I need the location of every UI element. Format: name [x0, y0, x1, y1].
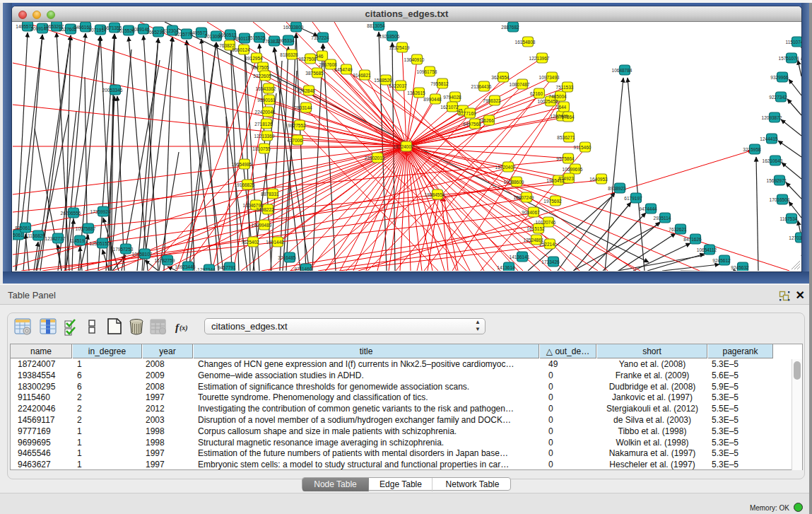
- svg-text:835061: 835061: [15, 226, 30, 230]
- svg-text:1413614: 1413614: [497, 265, 515, 270]
- svg-text:814923: 814923: [558, 176, 574, 181]
- svg-text:8660124: 8660124: [232, 47, 250, 52]
- svg-text:9146821: 9146821: [353, 73, 371, 78]
- svg-text:9242848: 9242848: [297, 88, 315, 93]
- svg-text:12213967: 12213967: [529, 56, 550, 61]
- svg-text:26206556: 26206556: [61, 211, 81, 216]
- svg-text:417006: 417006: [287, 138, 302, 143]
- svg-text:10958107: 10958107: [132, 252, 153, 257]
- svg-text:9474444: 9474444: [639, 206, 657, 211]
- svg-text:1362615: 1362615: [407, 90, 425, 95]
- svg-text:9329966: 9329966: [770, 75, 789, 80]
- svg-text:2718126: 2718126: [254, 122, 273, 127]
- svg-text:10975887: 10975887: [76, 226, 96, 231]
- svg-text:9827552: 9827552: [288, 123, 306, 128]
- svg-text:9084067: 9084067: [522, 210, 540, 215]
- svg-text:10973493: 10973493: [539, 75, 560, 80]
- svg-text:12213369: 12213369: [254, 134, 275, 139]
- svg-text:9777169: 9777169: [458, 111, 476, 116]
- svg-text:1167534: 1167534: [780, 216, 798, 221]
- svg-text:19218506: 19218506: [379, 34, 400, 39]
- svg-text:9245632: 9245632: [731, 265, 749, 270]
- svg-text:12093872: 12093872: [762, 115, 782, 120]
- svg-text:10120746: 10120746: [536, 220, 556, 225]
- svg-text:1292344: 1292344: [197, 267, 216, 271]
- svg-text:10648784: 10648784: [612, 68, 632, 73]
- svg-text:1270346: 1270346: [789, 235, 801, 240]
- svg-text:7632621: 7632621: [669, 227, 687, 232]
- svg-text:8938923: 8938923: [608, 186, 626, 191]
- svg-text:16210643: 16210643: [763, 158, 783, 163]
- svg-text:16543362: 16543362: [256, 86, 276, 91]
- svg-text:17016504: 17016504: [770, 197, 790, 202]
- svg-text:114519: 114519: [69, 238, 85, 243]
- svg-text:3624554: 3624554: [491, 75, 510, 80]
- svg-text:9457791: 9457791: [218, 265, 236, 270]
- svg-text:9575864: 9575864: [556, 156, 575, 161]
- svg-text:9827508: 9827508: [298, 57, 317, 62]
- svg-text:1733426: 1733426: [541, 259, 560, 264]
- svg-text:19384554: 19384554: [425, 192, 445, 197]
- svg-text:9245612: 9245612: [712, 258, 731, 263]
- svg-text:15751074: 15751074: [779, 56, 799, 61]
- svg-text:22420046: 22420046: [255, 110, 276, 115]
- svg-text:62160: 62160: [530, 91, 543, 96]
- svg-text:3875685: 3875685: [305, 71, 324, 76]
- svg-text:10923446: 10923446: [175, 264, 196, 269]
- svg-text:9827505: 9827505: [251, 65, 269, 70]
- svg-text:12342737: 12342737: [45, 236, 66, 241]
- svg-text:16782759: 16782759: [155, 258, 175, 263]
- svg-text:1588520: 1588520: [374, 78, 392, 83]
- svg-text:5322605: 5322605: [253, 74, 271, 78]
- svg-text:10699695: 10699695: [563, 167, 583, 172]
- svg-text:15692971: 15692971: [767, 178, 787, 183]
- svg-text:11156829: 11156829: [25, 233, 45, 238]
- svg-text:8186328: 8186328: [280, 52, 298, 57]
- svg-text:9757864: 9757864: [556, 115, 575, 119]
- svg-text:6322037: 6322037: [389, 83, 407, 88]
- svg-text:13640910: 13640910: [404, 57, 425, 62]
- svg-text:1621072: 1621072: [440, 105, 459, 110]
- svg-text:10654112: 10654112: [697, 247, 717, 252]
- svg-text:8878331: 8878331: [261, 192, 279, 197]
- svg-text:7955812: 7955812: [430, 81, 449, 86]
- svg-text:10961758: 10961758: [417, 69, 437, 74]
- svg-text:1691448: 1691448: [266, 240, 284, 245]
- svg-text:16154808: 16154808: [515, 40, 536, 45]
- svg-text:9794028: 9794028: [443, 95, 461, 100]
- svg-text:8536271: 8536271: [557, 135, 575, 140]
- svg-text:1615152: 1615152: [526, 226, 545, 231]
- svg-text:8471626: 8471626: [683, 237, 702, 242]
- svg-text:7625402: 7625402: [241, 240, 259, 245]
- svg-text:14136141: 14136141: [510, 255, 530, 259]
- svg-text:9711460: 9711460: [295, 267, 312, 271]
- svg-text:746266: 746266: [478, 118, 494, 123]
- svg-text:10025453: 10025453: [538, 99, 558, 104]
- svg-text:19654985: 19654985: [232, 162, 252, 167]
- svg-text:21364436: 21364436: [471, 84, 492, 89]
- svg-text:17957253: 17957253: [113, 247, 134, 252]
- svg-text:12505155: 12505155: [90, 241, 110, 246]
- svg-text:1975692: 1975692: [543, 199, 562, 204]
- svg-text:3716485: 3716485: [278, 255, 296, 260]
- svg-text:18724007: 18724007: [394, 144, 414, 149]
- svg-text:7986322: 7986322: [483, 98, 501, 103]
- svg-text:252214: 252214: [539, 242, 555, 247]
- svg-text:335061: 335061: [13, 233, 23, 238]
- svg-text:9115460: 9115460: [574, 145, 592, 150]
- svg-text:12325419: 12325419: [389, 45, 410, 50]
- svg-text:1644: 1644: [556, 105, 567, 110]
- svg-text:8990448: 8990448: [423, 97, 442, 102]
- svg-text:17359924: 17359924: [90, 209, 111, 214]
- svg-text:7485004: 7485004: [548, 94, 567, 99]
- svg-text:8454749: 8454749: [334, 67, 353, 72]
- svg-text:23302013: 23302013: [365, 156, 385, 160]
- svg-text:2803144: 2803144: [294, 105, 312, 110]
- svg-text:10688609: 10688609: [504, 180, 524, 185]
- svg-text:6179197: 6179197: [624, 196, 642, 201]
- svg-text:1640953: 1640953: [589, 177, 608, 182]
- svg-text:19166825: 19166825: [235, 182, 255, 187]
- svg-text:14099489: 14099489: [252, 223, 272, 228]
- svg-text:2887682: 2887682: [501, 25, 519, 30]
- svg-text:2935114: 2935114: [654, 216, 671, 221]
